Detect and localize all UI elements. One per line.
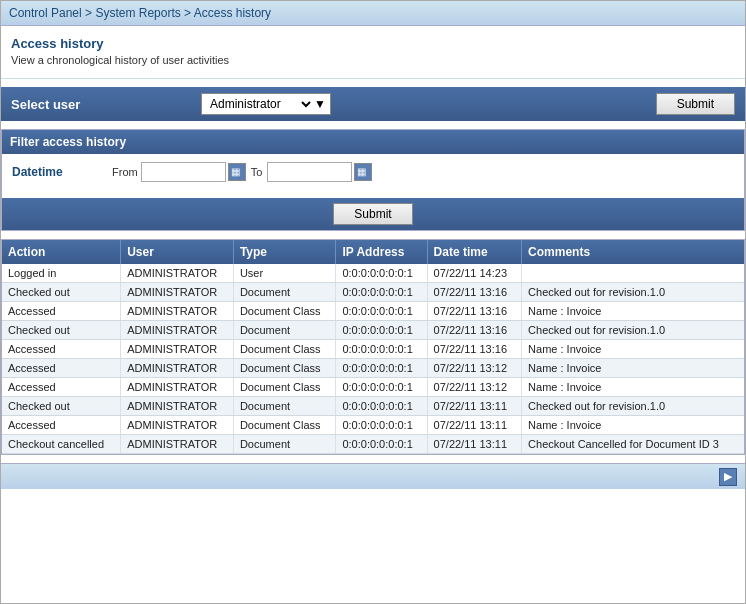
page-description: View a chronological history of user act…	[11, 54, 735, 66]
cell-user: ADMINISTRATOR	[121, 340, 234, 359]
col-datetime: Date time	[427, 240, 522, 264]
table-row: Logged inADMINISTRATORUser0:0:0:0:0:0:0:…	[2, 264, 744, 283]
table-row: Checked outADMINISTRATORDocument0:0:0:0:…	[2, 397, 744, 416]
cell-datetime: 07/22/11 13:12	[427, 378, 522, 397]
cell-user: ADMINISTRATOR	[121, 359, 234, 378]
from-label: From	[112, 166, 138, 178]
cell-datetime: 07/22/11 13:16	[427, 283, 522, 302]
cell-type: Document	[233, 435, 336, 454]
cell-ip: 0:0:0:0:0:0:0:1	[336, 435, 427, 454]
cell-comments: Checkout Cancelled for Document ID 3	[522, 435, 744, 454]
cell-ip: 0:0:0:0:0:0:0:1	[336, 416, 427, 435]
cell-action: Accessed	[2, 340, 121, 359]
col-action: Action	[2, 240, 121, 264]
cell-ip: 0:0:0:0:0:0:0:1	[336, 321, 427, 340]
cell-datetime: 07/22/11 13:16	[427, 340, 522, 359]
table-row: Checked outADMINISTRATORDocument0:0:0:0:…	[2, 321, 744, 340]
cell-ip: 0:0:0:0:0:0:0:1	[336, 359, 427, 378]
cell-type: Document	[233, 397, 336, 416]
filter-section: Filter access history Datetime From To S…	[1, 129, 745, 231]
cell-user: ADMINISTRATOR	[121, 321, 234, 340]
cell-datetime: 07/22/11 13:12	[427, 359, 522, 378]
cell-user: ADMINISTRATOR	[121, 302, 234, 321]
cell-comments: Name : Invoice	[522, 359, 744, 378]
cell-type: Document Class	[233, 340, 336, 359]
cell-action: Accessed	[2, 359, 121, 378]
select-user-label: Select user	[11, 97, 201, 112]
cell-datetime: 07/22/11 13:11	[427, 435, 522, 454]
cell-datetime: 07/22/11 13:16	[427, 321, 522, 340]
access-history-table: Action User Type IP Address Date time Co…	[2, 240, 744, 454]
cell-datetime: 07/22/11 13:11	[427, 416, 522, 435]
cell-comments: Checked out for revision.1.0	[522, 283, 744, 302]
page-footer: ▶	[1, 463, 745, 489]
cell-ip: 0:0:0:0:0:0:0:1	[336, 264, 427, 283]
table-row: AccessedADMINISTRATORDocument Class0:0:0…	[2, 359, 744, 378]
cell-type: User	[233, 264, 336, 283]
cell-type: Document Class	[233, 378, 336, 397]
cell-action: Accessed	[2, 378, 121, 397]
cell-type: Document	[233, 321, 336, 340]
cell-action: Checked out	[2, 283, 121, 302]
cell-user: ADMINISTRATOR	[121, 416, 234, 435]
cell-action: Logged in	[2, 264, 121, 283]
cell-comments: Name : Invoice	[522, 416, 744, 435]
cell-comments: Name : Invoice	[522, 340, 744, 359]
user-dropdown-wrapper[interactable]: Administrator User1 User2 ▼	[201, 93, 331, 115]
select-user-submit-button[interactable]: Submit	[656, 93, 735, 115]
cell-datetime: 07/22/11 14:23	[427, 264, 522, 283]
cell-action: Checked out	[2, 397, 121, 416]
to-date-input[interactable]	[267, 162, 352, 182]
filter-submit-row: Submit	[2, 198, 744, 230]
col-comments: Comments	[522, 240, 744, 264]
cell-type: Document Class	[233, 359, 336, 378]
cell-datetime: 07/22/11 13:11	[427, 397, 522, 416]
cell-ip: 0:0:0:0:0:0:0:1	[336, 302, 427, 321]
cell-action: Accessed	[2, 302, 121, 321]
cell-user: ADMINISTRATOR	[121, 397, 234, 416]
page-title: Access history	[11, 36, 735, 51]
col-ip: IP Address	[336, 240, 427, 264]
cell-ip: 0:0:0:0:0:0:0:1	[336, 397, 427, 416]
table-row: Checkout cancelledADMINISTRATORDocument0…	[2, 435, 744, 454]
col-user: User	[121, 240, 234, 264]
cell-user: ADMINISTRATOR	[121, 435, 234, 454]
table-row: AccessedADMINISTRATORDocument Class0:0:0…	[2, 416, 744, 435]
cell-comments: Checked out for revision.1.0	[522, 397, 744, 416]
to-label: To	[251, 166, 263, 178]
table-row: Checked outADMINISTRATORDocument0:0:0:0:…	[2, 283, 744, 302]
table-header-row: Action User Type IP Address Date time Co…	[2, 240, 744, 264]
from-calendar-icon[interactable]	[228, 163, 246, 181]
datetime-label: Datetime	[12, 165, 112, 179]
filter-body: Datetime From To	[2, 154, 744, 198]
page-header: Access history View a chronological hist…	[1, 26, 745, 79]
select-user-bar: Select user Administrator User1 User2 ▼ …	[1, 87, 745, 121]
cell-ip: 0:0:0:0:0:0:0:1	[336, 378, 427, 397]
cell-user: ADMINISTRATOR	[121, 378, 234, 397]
table-row: AccessedADMINISTRATORDocument Class0:0:0…	[2, 340, 744, 359]
col-type: Type	[233, 240, 336, 264]
next-page-button[interactable]: ▶	[719, 468, 737, 486]
cell-comments: Checked out for revision.1.0	[522, 321, 744, 340]
cell-action: Checkout cancelled	[2, 435, 121, 454]
from-date-input[interactable]	[141, 162, 226, 182]
table-row: AccessedADMINISTRATORDocument Class0:0:0…	[2, 302, 744, 321]
cell-action: Checked out	[2, 321, 121, 340]
filter-submit-button[interactable]: Submit	[333, 203, 412, 225]
breadcrumb: Control Panel > System Reports > Access …	[1, 1, 745, 26]
datetime-filter-row: Datetime From To	[12, 162, 734, 182]
cell-ip: 0:0:0:0:0:0:0:1	[336, 340, 427, 359]
cell-type: Document	[233, 283, 336, 302]
cell-comments: Name : Invoice	[522, 302, 744, 321]
cell-user: ADMINISTRATOR	[121, 283, 234, 302]
cell-user: ADMINISTRATOR	[121, 264, 234, 283]
cell-ip: 0:0:0:0:0:0:0:1	[336, 283, 427, 302]
filter-header: Filter access history	[2, 130, 744, 154]
dropdown-arrow-icon: ▼	[314, 97, 326, 111]
to-calendar-icon[interactable]	[354, 163, 372, 181]
user-dropdown[interactable]: Administrator User1 User2	[206, 96, 314, 112]
cell-action: Accessed	[2, 416, 121, 435]
cell-comments	[522, 264, 744, 283]
table-row: AccessedADMINISTRATORDocument Class0:0:0…	[2, 378, 744, 397]
cell-type: Document Class	[233, 302, 336, 321]
